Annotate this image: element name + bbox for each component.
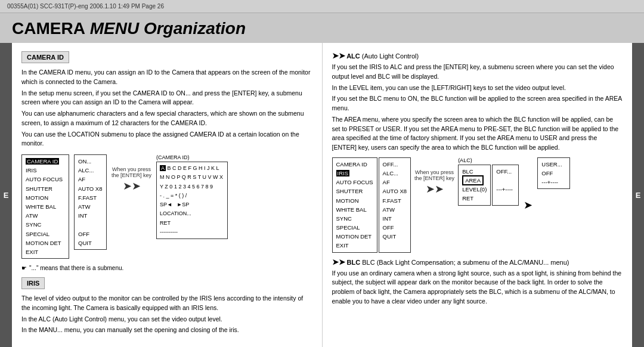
top-bar-text: 00355A(01) SCC-931T(P)-eng 2006.1.10 1:4…: [7, 3, 164, 10]
blc-title: ➤➤ BLC BLC (Back Light Compensation; a s…: [332, 258, 623, 267]
enter-label: the [ENTER] key: [112, 172, 151, 178]
bullet-arrow-icon: ☛: [21, 265, 27, 271]
main-content: E CAMERA ID In the CAMERA ID menu, you c…: [0, 43, 644, 347]
camera-id-menu-diagram: CAMERA ID IRIS AUTO FOCUS SHUTTER MOTION…: [21, 154, 312, 259]
top-bar: 00355A(01) SCC-931T(P)-eng 2006.1.10 1:4…: [0, 0, 644, 13]
menu-arrow-area: When you press the [ENTER] key ➤➤: [112, 166, 151, 193]
alc-submenu-right: OFF... ---+----: [492, 165, 519, 206]
alc-submenu-left: BLC AREA LEVEL(0) RET: [458, 165, 491, 206]
right-column: ➤➤ ALC (Auto Light Control) If you set t…: [323, 43, 633, 347]
blc-section: ➤➤ BLC BLC (Back Light Compensation; a s…: [332, 258, 623, 306]
main-menu-box: CAMERA ID IRIS AUTO FOCUS SHUTTER MOTION…: [21, 154, 69, 259]
alc-body: If you set the IRIS to ALC and press the…: [332, 63, 623, 153]
main-menu-right-box: ON... ALC... AF AUTO X8 F.FAST ATW INT O…: [74, 154, 107, 250]
camera-id-section: CAMERA ID In the CAMERA ID menu, you can…: [21, 51, 312, 148]
left-column: CAMERA ID In the CAMERA ID menu, you can…: [12, 43, 323, 347]
camera-id-body: In the CAMERA ID menu, you can assign an…: [21, 68, 312, 148]
page-title: CAMERA MENU Organization: [12, 19, 246, 38]
alc-submenu-wrapper: (ALC) BLC AREA LEVEL(0) RET OFF... ---+-…: [458, 157, 519, 206]
title-section: CAMERA MENU Organization: [0, 13, 644, 43]
iris-section: IRIS The level of video output to the mo…: [21, 277, 312, 335]
alc-area-submenu-wrapper: USER... OFF ---+----: [537, 157, 570, 190]
alc-iris-highlighted: IRIS: [336, 170, 349, 176]
camera-id-submenu-box: A B C D E F G H I J K L M N O P Q R S T …: [156, 162, 228, 239]
menu-camera-id-highlighted: CAMERA ID: [26, 158, 59, 165]
alc-title: ➤➤ ALC (Auto Light Control): [332, 51, 623, 60]
left-tab-label: E: [4, 191, 9, 200]
alc-enter-label: the [ENTER] key: [414, 175, 454, 181]
alc-main-menu-box: CAMERA ID IRIS AUTO FOCUS SHUTTER MOTION…: [332, 157, 377, 253]
alc-arrow-area: When you press the [ENTER] key ➤➤: [414, 169, 454, 196]
alc-section: ➤➤ ALC (Auto Light Control) If you set t…: [332, 51, 623, 153]
area-box: AREA: [462, 175, 484, 185]
right-e-tab: E: [632, 43, 644, 347]
blc-body: If you use an ordinary camera when a str…: [332, 269, 623, 306]
alc-press-label: When you press: [415, 169, 454, 175]
alc-submenu-boxes: BLC AREA LEVEL(0) RET OFF... ---+----: [458, 165, 519, 206]
press-label: When you press: [112, 166, 151, 172]
right-tab-label: E: [636, 191, 641, 200]
camera-id-title: CAMERA ID: [21, 51, 69, 63]
left-e-tab: E: [0, 43, 12, 347]
camera-id-submenu-wrapper: (CAMERA ID) A B C D E F G H I J K L M N …: [156, 154, 228, 239]
iris-title: IRIS: [21, 277, 45, 289]
alc-main-menus: CAMERA ID IRIS AUTO FOCUS SHUTTER MOTION…: [332, 157, 411, 253]
iris-body: The level of video output to the monitor…: [21, 294, 312, 335]
alc-area-submenu: USER... OFF ---+----: [537, 157, 570, 190]
alc-main-right-box: OFF... ALC... AF AUTO X8 F.FAST ATW INT …: [379, 157, 411, 253]
alc-diagram: CAMERA ID IRIS AUTO FOCUS SHUTTER MOTION…: [332, 157, 623, 253]
submenu-note: ☛ "..." means that there is a submenu.: [21, 265, 312, 271]
